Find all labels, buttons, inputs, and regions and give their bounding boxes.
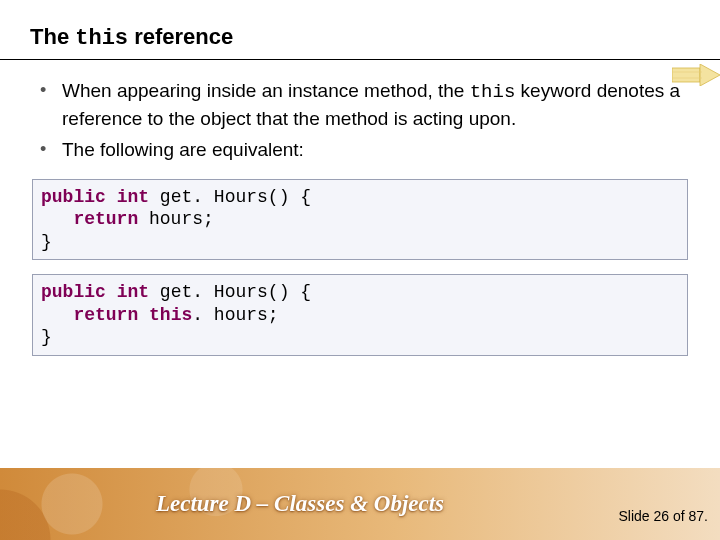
code-text xyxy=(138,305,149,325)
code-text: get. Hours() { xyxy=(149,187,311,207)
code-kw: return xyxy=(73,209,138,229)
code-text xyxy=(106,282,117,302)
code-text: . hours; xyxy=(192,305,278,325)
code-kw: public xyxy=(41,187,106,207)
code-kw: public xyxy=(41,282,106,302)
title-keyword: this xyxy=(75,26,128,51)
title-pre: The xyxy=(30,24,75,49)
content-area: When appearing inside an instance method… xyxy=(0,60,720,468)
code-kw: return xyxy=(73,305,138,325)
slide: The this reference When appearing inside… xyxy=(0,0,720,540)
code-text: } xyxy=(41,232,52,252)
bullet-item: The following are equivalent: xyxy=(36,137,690,165)
bullet-text-pre: The following are equivalent: xyxy=(62,139,304,160)
bullet-keyword: this xyxy=(470,81,516,103)
slide-title: The this reference xyxy=(30,24,690,51)
code-text: get. Hours() { xyxy=(149,282,311,302)
code-text xyxy=(41,305,73,325)
code-kw: int xyxy=(117,187,149,207)
code-kw: this xyxy=(149,305,192,325)
footer-lecture-title: Lecture D – Classes & Objects xyxy=(0,491,720,517)
footer-bar: Lecture D – Classes & Objects Slide 26 o… xyxy=(0,468,720,540)
svg-marker-1 xyxy=(700,64,720,86)
code-block-1: public int get. Hours() { return hours; … xyxy=(32,179,688,261)
code-block-2: public int get. Hours() { return this. h… xyxy=(32,274,688,356)
title-post: reference xyxy=(128,24,233,49)
code-text xyxy=(106,187,117,207)
code-text: hours; xyxy=(138,209,214,229)
code-text: } xyxy=(41,327,52,347)
code-kw: int xyxy=(117,282,149,302)
code-text xyxy=(41,209,73,229)
title-bar: The this reference xyxy=(0,0,720,60)
footer-page-number: Slide 26 of 87. xyxy=(618,508,708,524)
bullet-item: When appearing inside an instance method… xyxy=(36,78,690,131)
bullet-text-pre: When appearing inside an instance method… xyxy=(62,80,470,101)
bullet-list: When appearing inside an instance method… xyxy=(36,78,690,165)
